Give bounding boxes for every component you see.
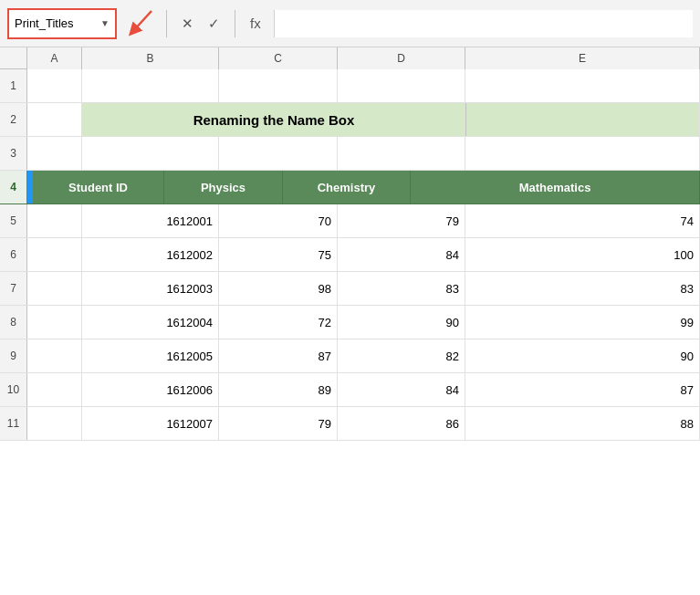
cell-c6[interactable]: 75	[219, 238, 338, 271]
cell-e11[interactable]: 88	[465, 407, 700, 440]
cell-a5[interactable]	[27, 204, 82, 237]
col-header-a[interactable]: A	[27, 47, 82, 69]
table-row: 2 Renaming the Name Box	[0, 103, 700, 137]
cell-e7[interactable]: 83	[465, 272, 700, 305]
cell-a2[interactable]	[27, 103, 82, 136]
row-num-6: 6	[0, 238, 27, 271]
row-num-4: 4	[0, 171, 27, 204]
function-button[interactable]: fx	[245, 14, 266, 33]
cell-b5[interactable]: 1612001	[82, 204, 219, 237]
cell-e2[interactable]	[466, 103, 700, 136]
cell-a1[interactable]	[27, 69, 82, 102]
cell-c9[interactable]: 87	[219, 339, 338, 372]
cell-e8[interactable]: 99	[465, 306, 700, 339]
cell-d9[interactable]: 82	[338, 339, 465, 372]
table-row: 8 1612004 72 90 99	[0, 306, 700, 339]
column-headers: A B C D E	[0, 47, 700, 69]
cell-d8[interactable]: 90	[338, 306, 465, 339]
cell-b11[interactable]: 1612007	[82, 407, 219, 440]
cell-d3[interactable]	[338, 137, 465, 170]
table-row: 3	[0, 137, 700, 171]
table-row: 5 1612001 70 79 74	[0, 204, 700, 238]
table-row: 7 1612003 98 83 83	[0, 272, 700, 306]
cell-c10[interactable]: 89	[219, 373, 338, 406]
table-row: 10 1612006 89 84 87	[0, 373, 700, 407]
cancel-formula-button[interactable]: ✕	[176, 14, 199, 34]
cell-e6[interactable]: 100	[465, 238, 700, 271]
formula-input[interactable]	[274, 10, 693, 37]
cell-c5[interactable]: 70	[219, 204, 338, 237]
table-row: 9 1612005 87 82 90	[0, 339, 700, 373]
header-cell-physics[interactable]: Physics	[164, 171, 283, 204]
name-box-dropdown-icon[interactable]: ▼	[100, 18, 110, 28]
cell-a10[interactable]	[27, 373, 82, 406]
table-row: 6 1612002 75 84 100	[0, 238, 700, 272]
row-num-8: 8	[0, 306, 27, 339]
row-num-header	[0, 47, 27, 68]
row-num-5: 5	[0, 204, 27, 237]
row-num-3: 3	[0, 137, 27, 170]
cell-e3[interactable]	[465, 137, 700, 170]
cell-a9[interactable]	[27, 339, 82, 372]
col-header-b[interactable]: B	[82, 47, 219, 69]
col-header-c[interactable]: C	[219, 47, 338, 69]
cell-d10[interactable]: 84	[338, 373, 465, 406]
cell-b9[interactable]: 1612005	[82, 339, 219, 372]
svg-line-1	[133, 11, 151, 31]
cell-b3[interactable]	[82, 137, 219, 170]
cell-d11[interactable]: 86	[338, 407, 465, 440]
col-header-e[interactable]: E	[465, 47, 700, 69]
cell-a11[interactable]	[27, 407, 82, 440]
cell-c7[interactable]: 98	[219, 272, 338, 305]
row-num-11: 11	[0, 407, 27, 440]
grid-body: 1 2 Renaming the Name Box 3	[0, 69, 700, 595]
name-box-value: Print_Titles	[15, 16, 97, 30]
header-cell-studentid[interactable]: Student ID	[33, 171, 164, 204]
row-num-2: 2	[0, 103, 27, 136]
header-cell-chemistry[interactable]: Chemistry	[283, 171, 411, 204]
data-rows: 5 1612001 70 79 74 6 1612002 75 84 100 7…	[0, 204, 700, 441]
formula-bar-divider1	[166, 10, 167, 37]
cell-b8[interactable]: 1612004	[82, 306, 219, 339]
cell-c8[interactable]: 72	[219, 306, 338, 339]
cell-e5[interactable]: 74	[465, 204, 700, 237]
cell-b7[interactable]: 1612003	[82, 272, 219, 305]
cell-e9[interactable]: 90	[465, 339, 700, 372]
cell-d1[interactable]	[338, 69, 465, 102]
red-arrow-icon	[124, 7, 157, 40]
cell-a8[interactable]	[27, 306, 82, 339]
cell-c11[interactable]: 79	[219, 407, 338, 440]
header-cell-mathematics[interactable]: Mathematics	[411, 171, 700, 204]
row-num-1: 1	[0, 69, 27, 102]
row-num-10: 10	[0, 373, 27, 406]
table-row: 4 Student ID Physics Chemistry Mathemati…	[0, 171, 700, 204]
cell-d6[interactable]: 84	[338, 238, 465, 271]
cell-a3[interactable]	[27, 137, 82, 170]
cell-b6[interactable]: 1612002	[82, 238, 219, 271]
cell-b10[interactable]: 1612006	[82, 373, 219, 406]
cell-d5[interactable]: 79	[338, 204, 465, 237]
col-header-d[interactable]: D	[338, 47, 465, 69]
name-box[interactable]: Print_Titles ▼	[7, 8, 117, 39]
cell-b1[interactable]	[82, 69, 219, 102]
cell-c1[interactable]	[219, 69, 338, 102]
cell-d7[interactable]: 83	[338, 272, 465, 305]
table-row: 11 1612007 79 86 88	[0, 407, 700, 441]
row-num-9: 9	[0, 339, 27, 372]
formula-bar-divider2	[235, 10, 235, 37]
cell-a7[interactable]	[27, 272, 82, 305]
cell-c3[interactable]	[219, 137, 338, 170]
cell-e1[interactable]	[465, 69, 700, 102]
cell-e10[interactable]: 87	[465, 373, 700, 406]
cell-a6[interactable]	[27, 238, 82, 271]
title-text: Renaming the Name Box	[193, 112, 355, 128]
table-row: 1	[0, 69, 700, 103]
spreadsheet: A B C D E 1 2 Renaming the Name Box 3	[0, 47, 700, 595]
row-num-7: 7	[0, 272, 27, 305]
confirm-formula-button[interactable]: ✓	[203, 14, 225, 34]
title-cell[interactable]: Renaming the Name Box	[82, 103, 466, 136]
formula-bar: Print_Titles ▼ ✕ ✓ fx	[0, 0, 700, 47]
